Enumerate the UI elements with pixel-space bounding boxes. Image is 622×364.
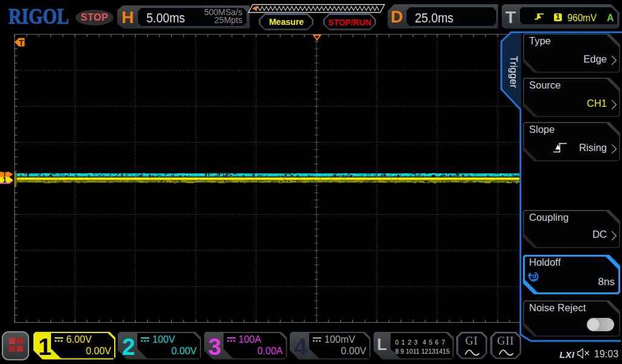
svg-text:1: 1: [2, 176, 7, 184]
svg-text:T: T: [19, 38, 24, 47]
